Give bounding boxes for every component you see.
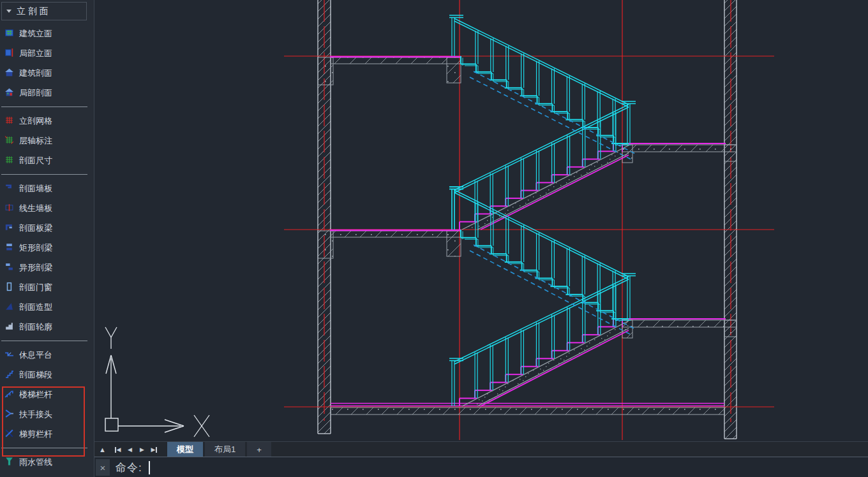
wall-board-icon	[4, 183, 14, 194]
part-elev-icon	[4, 48, 14, 59]
divider	[1, 341, 87, 341]
sidebar-item-label: 休息平台	[19, 349, 52, 361]
nav-last-button[interactable]: ▶	[149, 443, 160, 456]
wall-line-icon	[4, 203, 14, 214]
sidebar-item-label: 剖面板梁	[19, 223, 52, 234]
floor-slab	[318, 230, 461, 258]
sidebar-item-label: 楼梯栏杆	[19, 389, 52, 400]
sidebar-item-label: 剖面造型	[19, 302, 52, 313]
sidebar-item-stair-rail[interactable]: 楼梯栏杆	[0, 385, 94, 404]
grid-red-icon	[4, 115, 14, 127]
tab-model[interactable]: 模型	[167, 442, 203, 457]
sidebar-item-label: 梯剪栏杆	[19, 429, 52, 440]
cad-application-window: 立 剖 面 建筑立面局部立面建筑剖面局部剖面立剖网格层轴标注剖面尺寸剖面墙板线生…	[0, 0, 868, 477]
sidebar-item-label: 线生墙板	[19, 203, 52, 214]
tool-palette: 立 剖 面 建筑立面局部立面建筑剖面局部剖面立剖网格层轴标注剖面尺寸剖面墙板线生…	[0, 0, 94, 477]
command-prompt: 命令:	[116, 460, 142, 475]
stair-section-drawing	[94, 0, 868, 441]
nav-prev-button[interactable]: ◀	[124, 443, 135, 456]
landing-rail-post	[622, 101, 636, 143]
slab-beam-icon	[4, 223, 14, 234]
sidebar-item-part-elev[interactable]: 局部立面	[0, 43, 94, 63]
beam-shape-icon	[4, 262, 14, 274]
nav-up-button[interactable]: ▲	[97, 443, 108, 456]
divider	[1, 448, 87, 448]
sidebar-item-rest-platform[interactable]: 休息平台	[0, 345, 94, 365]
sidebar-item-stair-flight[interactable]: 剖面梯段	[0, 365, 94, 385]
sidebar-item-part-sect[interactable]: 局部剖面	[0, 83, 94, 103]
command-bar: × 命令:	[94, 457, 868, 477]
sidebar-item-sect-shape[interactable]: 剖面造型	[0, 297, 94, 317]
tab-add-layout[interactable]: +	[247, 442, 271, 457]
sidebar-item-beam-rect[interactable]: 矩形剖梁	[0, 238, 94, 258]
sidebar-item-label: 矩形剖梁	[19, 242, 52, 254]
chevron-down-icon	[6, 10, 11, 13]
floor-slab	[318, 57, 461, 85]
sidebar-item-label: 剖面墙板	[19, 183, 52, 194]
landing-rail-post	[622, 274, 636, 319]
ground-slab	[331, 404, 724, 415]
sidebar-item-wall-board[interactable]: 剖面墙板	[0, 179, 94, 198]
sect-outline-icon	[4, 321, 14, 333]
sidebar-item-label: 立剖网格	[19, 115, 52, 127]
sidebar-item-scissor-rail[interactable]: 梯剪栏杆	[0, 424, 94, 444]
sidebar-item-label: 扶手接头	[19, 409, 52, 420]
command-close-button[interactable]: ×	[96, 459, 110, 476]
rain-pipe-icon	[4, 457, 14, 468]
mid-landing-slab	[621, 143, 737, 163]
divider	[1, 174, 87, 175]
stair-flight-cut	[460, 319, 629, 406]
grid-grn-icon	[4, 155, 14, 166]
sidebar-item-bld-sect[interactable]: 建筑剖面	[0, 63, 94, 83]
sidebar-item-beam-shape[interactable]: 异形剖梁	[0, 258, 94, 277]
palette-header[interactable]: 立 剖 面	[1, 2, 87, 20]
beam-rect-icon	[4, 242, 14, 254]
sidebar-item-label: 雨水管线	[19, 457, 52, 468]
ucs-axis-icon	[105, 327, 209, 437]
bld-elev-icon	[4, 28, 14, 40]
sidebar-item-grid-grn[interactable]: 剖面尺寸	[0, 150, 94, 170]
sidebar-item-bld-elev[interactable]: 建筑立面	[0, 24, 94, 43]
scissor-rail-icon	[4, 429, 14, 440]
text-cursor[interactable]	[149, 461, 150, 474]
sidebar-item-rail-joint[interactable]: 扶手接头	[0, 404, 94, 424]
sect-shape-icon	[4, 302, 14, 313]
sidebar-item-sect-outline[interactable]: 剖面轮廓	[0, 317, 94, 337]
stair-flight-icon	[4, 369, 14, 381]
sidebar-item-label: 剖面尺寸	[19, 155, 52, 166]
drawing-viewport[interactable]	[94, 0, 868, 441]
sidebar-item-label: 建筑立面	[19, 28, 52, 40]
stair-flight-cut	[460, 143, 629, 230]
nav-first-button[interactable]: ◀	[112, 443, 123, 456]
sidebar-item-label: 异形剖梁	[19, 262, 52, 274]
tab-layout1[interactable]: 布局1	[205, 442, 245, 457]
sidebar-item-grid-axis[interactable]: 层轴标注	[0, 131, 94, 150]
rail-joint-icon	[4, 409, 14, 420]
layout-tabbar: ▲◀◀▶▶ 模型布局1+	[94, 441, 868, 457]
nav-next-button[interactable]: ▶	[137, 443, 147, 456]
part-sect-icon	[4, 87, 14, 99]
sidebar-item-grid-red[interactable]: 立剖网格	[0, 111, 94, 131]
sidebar-item-label: 剖面轮廓	[19, 321, 52, 333]
sidebar-item-label: 建筑剖面	[19, 68, 52, 79]
grid-axis-icon	[4, 135, 14, 147]
rest-platform-icon	[4, 349, 14, 361]
bld-sect-icon	[4, 68, 14, 79]
sidebar-item-rain-pipe[interactable]: 雨水管线	[0, 452, 94, 472]
sidebar-item-door-window[interactable]: 剖面门窗	[0, 277, 94, 297]
sidebar-item-wall-line[interactable]: 线生墙板	[0, 198, 94, 218]
sidebar-item-label: 剖面梯段	[19, 369, 52, 381]
sidebar-item-slab-beam[interactable]: 剖面板梁	[0, 218, 94, 238]
sidebar-item-label: 剖面门窗	[19, 282, 52, 293]
door-window-icon	[4, 282, 14, 293]
sidebar-item-label: 局部剖面	[19, 87, 52, 99]
stair-rail-icon	[4, 389, 14, 400]
palette-title: 立 剖 面	[17, 6, 49, 17]
mid-landing-slab	[621, 319, 737, 338]
sidebar-item-label: 层轴标注	[19, 135, 52, 147]
sidebar-item-label: 局部立面	[19, 48, 52, 59]
divider	[1, 106, 87, 107]
